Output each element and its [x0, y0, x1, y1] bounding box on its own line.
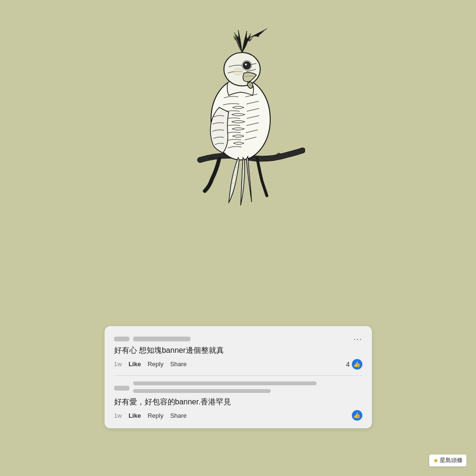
avatar-2 [114, 386, 129, 391]
comment-2-header [114, 381, 362, 395]
comment-2-actions: 1w Like Reply Share 👍 [114, 410, 362, 421]
username-1 [133, 337, 190, 341]
share-button-1[interactable]: Share [170, 360, 187, 368]
svg-point-1 [224, 53, 260, 86]
like-icon-2: 👍 [352, 410, 362, 421]
svg-point-6 [233, 68, 243, 75]
brand-name: 星島頭條 [440, 456, 463, 465]
like-button-2[interactable]: Like [128, 412, 141, 419]
like-count-1: 4 👍 [346, 359, 362, 370]
comments-card: ··· 好有心 想知塊banner邊個整就真 1w Like Reply Sha… [105, 326, 372, 428]
reply-button-2[interactable]: Reply [148, 412, 163, 419]
comment-2-time: 1w [114, 412, 122, 419]
username-2-line2 [133, 389, 271, 393]
like-icon-1: 👍 [352, 359, 362, 370]
parrot-illustration [162, 10, 315, 215]
like-button-1[interactable]: Like [128, 360, 141, 368]
avatar-1 [114, 337, 129, 341]
comment-1-header: ··· [114, 335, 362, 343]
comment-1: ··· 好有心 想知塊banner邊個整就真 1w Like Reply Sha… [114, 335, 362, 369]
share-button-2[interactable]: Share [170, 412, 187, 419]
comment-1-text: 好有心 想知塊banner邊個整就真 [114, 345, 362, 356]
reply-button-1[interactable]: Reply [148, 360, 163, 368]
divider [114, 375, 362, 376]
parrot-svg [171, 12, 305, 212]
like-count-2: 👍 [352, 410, 362, 421]
username-2-line1 [133, 381, 317, 385]
more-options-1[interactable]: ··· [353, 335, 362, 343]
comment-1-actions: 1w Like Reply Share 4 👍 [114, 359, 362, 370]
comment-2-text: 好有愛，好包容的banner.香港罕見 [114, 397, 362, 407]
like-number-1: 4 [346, 360, 350, 368]
brand-star-icon: ★ [433, 457, 439, 464]
svg-point-4 [245, 63, 247, 65]
comment-1-time: 1w [114, 360, 122, 368]
svg-point-3 [244, 63, 250, 68]
comment-2: 好有愛，好包容的banner.香港罕見 1w Like Reply Share … [114, 381, 362, 421]
brand-badge: ★ 星島頭條 [429, 455, 466, 466]
